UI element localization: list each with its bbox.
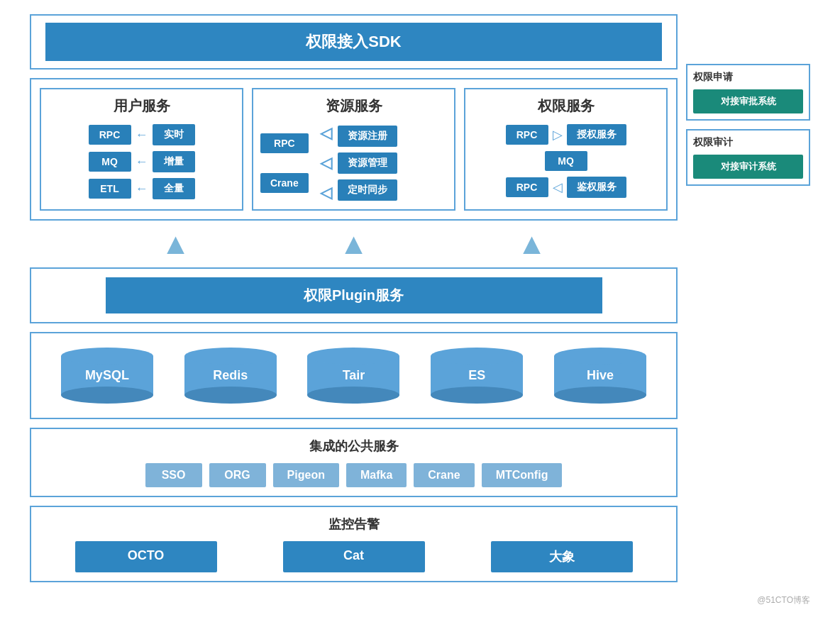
perm-rpc-2: RPC	[506, 177, 548, 197]
db-es-top	[431, 348, 523, 365]
db-es: ES	[431, 348, 523, 404]
crane-btn: Crane	[414, 463, 474, 487]
plugin-banner: 权限Plugin服务	[106, 277, 602, 313]
perm-guard-service: 鉴权服务	[567, 177, 626, 198]
user-service-grid: RPC ← 实时 MQ ← 增量 ETL ← 全量	[48, 124, 235, 199]
public-services-btns: SSO ORG Pigeon Mafka Crane MTConfig	[45, 463, 662, 487]
audit-btn: 对接审计系统	[693, 155, 803, 179]
perm-row-3: RPC ◁ 鉴权服务	[472, 177, 659, 198]
db-tair-bottom	[307, 387, 399, 404]
perm-row-2: MQ	[472, 151, 659, 171]
right-panels: 权限申请 对接审批系统 权限审计 对接审计系统	[686, 64, 810, 186]
monitor-title: 监控告警	[45, 516, 662, 533]
pigeon-btn: Pigeon	[273, 463, 339, 487]
monitor-btns: OCTO Cat 大象	[45, 541, 662, 572]
db-mysql-top	[61, 348, 153, 365]
elephant-btn: 大象	[491, 541, 633, 572]
services-row: 用户服务 RPC ← 实时 MQ ← 增量 ETL	[30, 78, 678, 221]
up-arrow-3: ▲	[517, 229, 547, 259]
resource-sync: 定时同步	[338, 179, 397, 201]
public-services-section: 集成的公共服务 SSO ORG Pigeon Mafka Crane MTCon…	[30, 428, 678, 497]
org-btn: ORG	[209, 463, 266, 487]
db-redis-bottom	[184, 387, 277, 404]
db-mysql-bottom	[61, 387, 153, 404]
user-full: 全量	[153, 178, 195, 199]
resource-register: 资源注册	[338, 126, 397, 147]
plugin-banner-container: 权限Plugin服务	[30, 267, 678, 323]
monitor-section: 监控告警 OCTO Cat 大象	[30, 506, 678, 582]
perm-mq: MQ	[545, 151, 587, 171]
database-row: MySQL Redis Tair ES	[30, 332, 678, 419]
up-arrows-container: ▲ ▲ ▲	[30, 229, 678, 259]
resource-crane: Crane	[260, 173, 309, 193]
db-tair-top	[307, 348, 399, 365]
perm-arrow-3: ◁	[553, 179, 563, 195]
db-hive-top	[554, 348, 646, 365]
audit-panel: 权限审计 对接审计系统	[686, 129, 810, 186]
user-arrow-1: ←	[136, 128, 148, 143]
resource-manage: 资源管理	[338, 152, 397, 174]
user-row-1: RPC ← 实时	[48, 124, 235, 145]
permission-service-box: 权限服务 RPC ▷ 授权服务 MQ RPC ◁ 鉴	[464, 88, 668, 211]
perm-auth-service: 授权服务	[567, 124, 626, 145]
octo-btn: OCTO	[75, 541, 217, 572]
public-services-title: 集成的公共服务	[45, 438, 662, 455]
user-arrow-3: ←	[136, 182, 148, 196]
user-etl: ETL	[89, 179, 131, 199]
db-mysql: MySQL	[61, 348, 153, 404]
db-hive: Hive	[554, 348, 646, 404]
approval-title: 权限申请	[693, 71, 803, 84]
resource-arrow-1: ◁	[320, 124, 332, 143]
perm-rpc-1: RPC	[506, 125, 548, 145]
user-row-2: MQ ← 增量	[48, 151, 235, 172]
approval-panel: 权限申请 对接审批系统	[686, 64, 810, 121]
permission-service-title: 权限服务	[472, 96, 659, 116]
user-realtime: 实时	[153, 124, 195, 145]
user-mq: MQ	[89, 152, 131, 172]
user-service-title: 用户服务	[48, 96, 235, 116]
sdk-banner: 权限接入SDK	[45, 23, 662, 61]
perm-arrow-1: ▷	[553, 127, 563, 143]
up-arrow-1: ▲	[161, 229, 191, 259]
resource-inner: RPC Crane ◁ ◁ ◁ 资源注册 资源管理	[260, 124, 447, 202]
user-row-3: ETL ← 全量	[48, 178, 235, 199]
resource-service-title: 资源服务	[260, 96, 447, 116]
resource-rpc: RPC	[260, 133, 309, 153]
db-tair: Tair	[307, 348, 399, 404]
sso-btn: SSO	[145, 463, 202, 487]
resource-right-col: 资源注册 资源管理 定时同步	[338, 126, 397, 201]
user-rpc-1: RPC	[89, 125, 131, 145]
db-redis: Redis	[184, 348, 277, 404]
db-redis-top	[184, 348, 277, 365]
audit-title: 权限审计	[693, 136, 803, 149]
user-service-box: 用户服务 RPC ← 实时 MQ ← 增量 ETL	[40, 88, 243, 211]
watermark: @51CTO博客	[30, 594, 810, 606]
perm-row-1: RPC ▷ 授权服务	[472, 124, 659, 145]
db-hive-bottom	[554, 387, 646, 404]
resource-service-box: 资源服务 RPC Crane ◁ ◁ ◁	[252, 88, 455, 211]
resource-arrow-2: ◁	[320, 154, 332, 172]
mafka-btn: Mafka	[346, 463, 407, 487]
resource-arrow-3: ◁	[320, 184, 332, 202]
up-arrow-2: ▲	[339, 229, 369, 259]
user-increment: 增量	[153, 151, 195, 172]
user-arrow-2: ←	[136, 155, 148, 170]
db-es-bottom	[431, 387, 523, 404]
sdk-banner-container: 权限接入SDK	[30, 14, 678, 70]
permission-service-grid: RPC ▷ 授权服务 MQ RPC ◁ 鉴权服务	[472, 124, 659, 198]
mtconfig-btn: MTConfig	[482, 463, 563, 487]
cat-btn: Cat	[283, 541, 425, 572]
approval-btn: 对接审批系统	[693, 89, 803, 113]
